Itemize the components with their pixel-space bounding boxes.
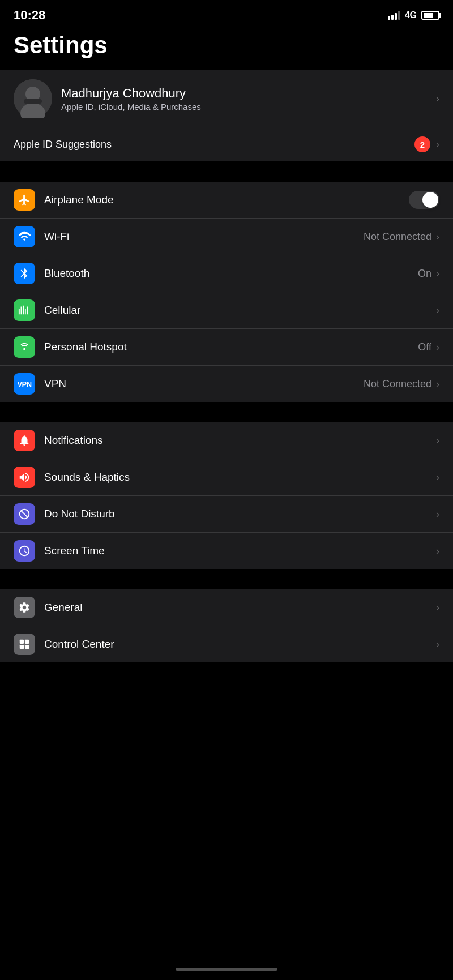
donotdisturb-label: Do Not Disturb	[44, 508, 436, 520]
vpn-row[interactable]: VPN VPN Not Connected ›	[0, 365, 453, 402]
notifications-chevron-icon: ›	[436, 435, 439, 447]
cellular-row[interactable]: Cellular ›	[0, 292, 453, 328]
cellular-label: Cellular	[44, 304, 436, 316]
cellular-icon	[14, 299, 35, 321]
page-title-container: Settings	[0, 27, 453, 70]
screentime-label: Screen Time	[44, 545, 436, 557]
sounds-row[interactable]: Sounds & Haptics ›	[0, 459, 453, 495]
airplane-mode-row[interactable]: Airplane Mode	[0, 182, 453, 218]
vpn-value: Not Connected	[364, 378, 431, 390]
svg-rect-5	[25, 640, 29, 644]
vpn-icon: VPN	[14, 373, 35, 395]
hotspot-label: Personal Hotspot	[44, 341, 418, 353]
status-time: 10:28	[14, 8, 45, 23]
hotspot-icon	[14, 336, 35, 358]
controlcenter-icon-svg	[18, 638, 31, 651]
donotdisturb-icon	[14, 503, 35, 525]
profile-row[interactable]: Madhurjya Chowdhury Apple ID, iCloud, Me…	[0, 70, 453, 127]
vpn-chevron-icon: ›	[436, 378, 439, 390]
bluetooth-icon	[14, 263, 35, 284]
airplane-mode-toggle[interactable]	[409, 191, 439, 209]
battery	[421, 11, 439, 20]
cellular-chevron-icon: ›	[436, 305, 439, 316]
hotspot-chevron-icon: ›	[436, 341, 439, 353]
airplane-mode-toggle-thumb	[422, 192, 438, 208]
signal-bar-1	[388, 16, 390, 20]
bluetooth-label: Bluetooth	[44, 267, 418, 280]
screentime-icon	[14, 540, 35, 562]
sounds-icon-svg	[18, 471, 31, 483]
wifi-icon	[14, 226, 35, 247]
avatar	[14, 79, 52, 118]
svg-rect-6	[20, 645, 24, 649]
avatar-image	[14, 79, 52, 118]
general-icon-svg	[18, 601, 31, 614]
hotspot-row[interactable]: Personal Hotspot Off ›	[0, 328, 453, 365]
bluetooth-value: On	[418, 268, 431, 280]
screentime-row[interactable]: Screen Time ›	[0, 532, 453, 569]
home-indicator	[0, 962, 453, 980]
profile-section: Madhurjya Chowdhury Apple ID, iCloud, Me…	[0, 70, 453, 161]
notifications-icon	[14, 430, 35, 451]
hotspot-value: Off	[418, 341, 431, 353]
general-section: General › Control Center ›	[0, 589, 453, 662]
wifi-icon-svg	[18, 230, 31, 243]
donotdisturb-row[interactable]: Do Not Disturb ›	[0, 495, 453, 532]
apple-id-suggestions-row[interactable]: Apple ID Suggestions 2 ›	[0, 127, 453, 161]
sounds-icon	[14, 467, 35, 488]
svg-rect-7	[25, 645, 29, 649]
sounds-label: Sounds & Haptics	[44, 471, 436, 483]
vpn-text-icon: VPN	[17, 380, 31, 388]
general-chevron-icon: ›	[436, 602, 439, 614]
signal-bar-2	[391, 15, 394, 20]
gap-1	[0, 161, 453, 182]
general-label: General	[44, 601, 436, 614]
suggestions-chevron-icon: ›	[436, 139, 439, 151]
network-section: Airplane Mode Wi-Fi Not Connected › Blue…	[0, 182, 453, 402]
screentime-icon-svg	[18, 545, 31, 557]
profile-chevron-icon: ›	[436, 93, 439, 105]
donotdisturb-icon-svg	[18, 508, 31, 520]
airplane-mode-icon	[14, 189, 35, 211]
controlcenter-icon	[14, 634, 35, 655]
general-row[interactable]: General ›	[0, 589, 453, 626]
home-bar	[176, 968, 277, 971]
bluetooth-row[interactable]: Bluetooth On ›	[0, 255, 453, 292]
status-bar: 10:28 4G	[0, 0, 453, 27]
wifi-row[interactable]: Wi-Fi Not Connected ›	[0, 218, 453, 255]
profile-name: Madhurjya Chowdhury	[61, 86, 427, 101]
network-type: 4G	[405, 10, 417, 20]
controlcenter-chevron-icon: ›	[436, 639, 439, 651]
battery-fill	[424, 13, 433, 18]
wifi-label: Wi-Fi	[44, 230, 364, 243]
donotdisturb-chevron-icon: ›	[436, 508, 439, 520]
signal-bar-3	[395, 13, 397, 20]
apple-id-suggestions-label: Apple ID Suggestions	[14, 139, 414, 151]
bluetooth-icon-svg	[18, 267, 31, 280]
airplane-mode-label: Airplane Mode	[44, 194, 404, 206]
wifi-value: Not Connected	[364, 231, 431, 243]
general-icon	[14, 597, 35, 618]
svg-rect-3	[24, 99, 42, 104]
svg-rect-4	[20, 640, 24, 644]
profile-info: Madhurjya Chowdhury Apple ID, iCloud, Me…	[61, 86, 427, 112]
system-section: Notifications › Sounds & Haptics › Do No…	[0, 422, 453, 569]
notifications-row[interactable]: Notifications ›	[0, 422, 453, 459]
hotspot-icon-svg	[18, 341, 31, 353]
sounds-chevron-icon: ›	[436, 472, 439, 483]
screentime-chevron-icon: ›	[436, 545, 439, 557]
notifications-label: Notifications	[44, 434, 436, 447]
signal-bar-4	[398, 11, 400, 20]
notifications-icon-svg	[18, 434, 31, 447]
controlcenter-label: Control Center	[44, 638, 436, 651]
gap-2	[0, 402, 453, 422]
profile-subtitle: Apple ID, iCloud, Media & Purchases	[61, 102, 427, 112]
controlcenter-row[interactable]: Control Center ›	[0, 626, 453, 662]
airplane-icon-svg	[18, 194, 31, 206]
vpn-label: VPN	[44, 378, 364, 390]
wifi-chevron-icon: ›	[436, 231, 439, 243]
signal-bars	[388, 11, 400, 20]
gap-3	[0, 569, 453, 589]
bluetooth-chevron-icon: ›	[436, 268, 439, 280]
suggestions-badge: 2	[414, 136, 430, 152]
